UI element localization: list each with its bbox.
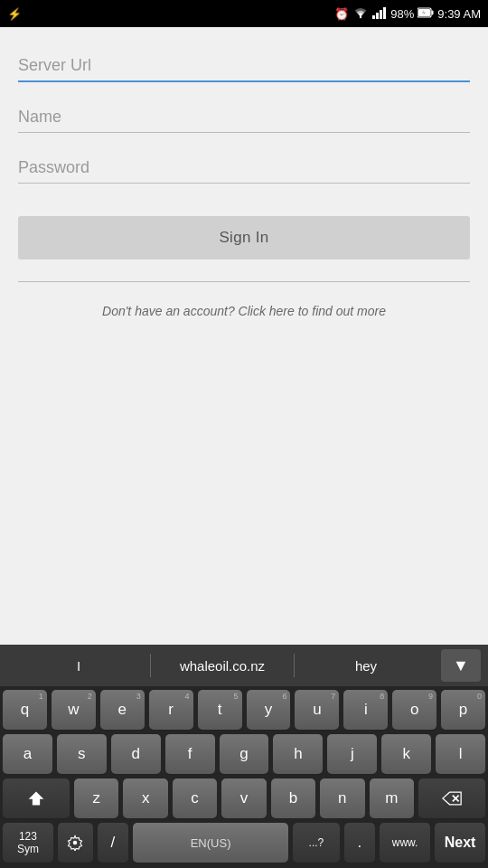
app-content: Sign In Don't have an account? Click her…: [0, 27, 488, 645]
key-j[interactable]: j: [327, 734, 377, 774]
keyboard: I whaleoil.co.nz hey ▼ q1 w2 e3 r4 t5 y6…: [0, 645, 488, 868]
sign-in-button[interactable]: Sign In: [18, 216, 470, 259]
key-w[interactable]: w2: [52, 690, 96, 730]
settings-key[interactable]: [58, 823, 93, 863]
name-wrapper: [18, 100, 470, 133]
status-right-icons: ⏰ 98%: [334, 6, 481, 22]
key-a[interactable]: a: [3, 734, 52, 774]
backspace-key[interactable]: [418, 778, 485, 818]
status-bar: ⚡ ⏰ 98%: [0, 0, 488, 27]
key-o[interactable]: o9: [392, 690, 436, 730]
server-url-input[interactable]: [18, 49, 470, 82]
key-y[interactable]: y6: [247, 690, 291, 730]
autocomplete-bar: I whaleoil.co.nz hey ▼: [0, 645, 488, 686]
name-input[interactable]: [18, 100, 470, 133]
key-q[interactable]: q1: [3, 690, 47, 730]
divider: [18, 281, 470, 282]
key-row-2: a s d f g h j k l: [3, 734, 485, 774]
autocomplete-item-right[interactable]: hey: [295, 655, 437, 677]
key-i[interactable]: i8: [343, 690, 388, 730]
key-g[interactable]: g: [220, 734, 269, 774]
key-h[interactable]: h: [273, 734, 323, 774]
key-v[interactable]: v: [221, 778, 266, 818]
battery-icon: [418, 7, 434, 21]
usb-icon: ⚡: [7, 7, 22, 21]
key-b[interactable]: b: [271, 778, 315, 818]
battery-percent: 98%: [390, 7, 414, 21]
key-rows: q1 w2 e3 r4 t5 y6 u7 i8 o9 p0 a s d f g …: [0, 686, 488, 818]
key-p[interactable]: p0: [441, 690, 485, 730]
svg-rect-2: [376, 13, 379, 19]
ellipsis-key[interactable]: ...?: [293, 823, 340, 863]
slash-key[interactable]: /: [98, 823, 128, 863]
autocomplete-item-middle[interactable]: whaleoil.co.nz: [151, 655, 294, 677]
key-u[interactable]: u7: [295, 690, 339, 730]
key-m[interactable]: m: [370, 778, 414, 818]
wifi-icon: [352, 6, 369, 22]
key-f[interactable]: f: [165, 734, 215, 774]
key-c[interactable]: c: [173, 778, 217, 818]
svg-point-0: [360, 15, 361, 17]
key-k[interactable]: k: [381, 734, 431, 774]
svg-rect-1: [372, 15, 375, 19]
alarm-icon: ⏰: [334, 7, 349, 21]
password-wrapper: [18, 151, 470, 184]
signal-icon: [372, 6, 387, 22]
key-t[interactable]: t5: [198, 690, 242, 730]
svg-rect-3: [380, 10, 382, 19]
next-key[interactable]: Next: [435, 823, 485, 863]
key-z[interactable]: z: [74, 778, 118, 818]
status-left-icons: ⚡: [7, 7, 22, 21]
key-n[interactable]: n: [320, 778, 364, 818]
space-key[interactable]: EN(US): [133, 823, 288, 863]
autocomplete-expand-button[interactable]: ▼: [441, 649, 481, 682]
svg-rect-4: [383, 7, 386, 19]
key-s[interactable]: s: [57, 734, 107, 774]
time-display: 9:39 AM: [437, 7, 481, 21]
svg-point-10: [73, 841, 78, 845]
key-l[interactable]: l: [436, 734, 485, 774]
bottom-row: 123Sym / EN(US) ...? . www. Next: [0, 823, 488, 863]
server-url-wrapper: [18, 49, 470, 82]
shift-key[interactable]: [3, 778, 70, 818]
sym-key[interactable]: 123Sym: [3, 823, 53, 863]
period-key[interactable]: .: [344, 823, 375, 863]
svg-rect-6: [432, 10, 434, 14]
www-key[interactable]: www.: [380, 823, 430, 863]
autocomplete-item-left[interactable]: I: [7, 655, 150, 677]
key-e[interactable]: e3: [100, 690, 145, 730]
key-row-1: q1 w2 e3 r4 t5 y6 u7 i8 o9 p0: [3, 690, 485, 730]
key-d[interactable]: d: [111, 734, 161, 774]
key-x[interactable]: x: [123, 778, 167, 818]
register-link[interactable]: Don't have an account? Click here to fin…: [18, 304, 470, 318]
key-row-3: z x c v b n m: [3, 778, 485, 818]
key-r[interactable]: r4: [149, 690, 193, 730]
password-input[interactable]: [18, 151, 470, 184]
